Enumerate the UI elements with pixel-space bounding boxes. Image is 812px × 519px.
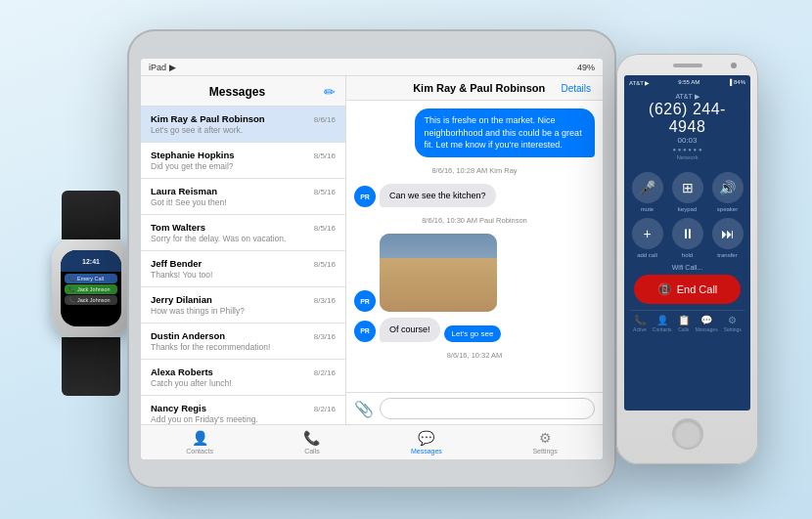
nav-settings[interactable]: ⚙ Settings — [532, 430, 557, 454]
timestamp-2: 8/6/16, 10:30 AM Paul Robinson — [354, 216, 595, 225]
message-item-1[interactable]: Stephanie Hopkins 8/5/16 Did you get the… — [141, 143, 345, 179]
message-item-0[interactable]: Kim Ray & Paul Robinson 8/6/16 Let's go … — [141, 107, 345, 143]
message-item-4[interactable]: Jeff Bender 8/5/16 Thanks! You too! — [141, 251, 345, 287]
chat-messages: This is freshe on the market. Nice neigh… — [346, 101, 603, 392]
messages-header: Messages ✏ — [141, 76, 345, 107]
hold-button[interactable]: ⏸ hold — [670, 218, 704, 258]
message-item-7[interactable]: Alexa Roberts 8/2/16 Catch you after lun… — [141, 360, 345, 396]
iphone-carrier-status: AT&T ▶ — [629, 79, 650, 86]
watch-call-phone-icon-3: 📞 — [68, 297, 75, 303]
iphone-tab-calls[interactable]: 📋 Calls — [678, 315, 690, 332]
msg-row-left-2: PR Of course! Let's go see — [354, 318, 595, 342]
contacts-tab-label: Contacts — [653, 326, 672, 332]
nav-messages-label: Messages — [411, 448, 442, 454]
message-item-name-2: Laura Reisman — [151, 186, 217, 196]
message-item-date-4: 8/5/16 — [314, 260, 336, 269]
message-item-8[interactable]: Nancy Regis 8/2/16 Add you on Friday's m… — [141, 396, 345, 424]
message-item-preview-4: Thanks! You too! — [151, 270, 336, 280]
ipad-status-right: 49% — [577, 63, 595, 72]
chat-image-interior — [380, 258, 497, 312]
message-item-name-4: Jeff Bender — [151, 258, 202, 269]
message-items-list: Kim Ray & Paul Robinson 8/6/16 Let's go … — [141, 107, 345, 424]
message-item-name-0: Kim Ray & Paul Robinson — [151, 113, 265, 124]
message-item-name-1: Stephanie Hopkins — [151, 150, 235, 160]
chat-input[interactable] — [380, 398, 595, 419]
add-call-button[interactable]: + add call — [630, 218, 664, 258]
message-item-date-1: 8/5/16 — [314, 151, 336, 160]
speaker-label: speaker — [717, 206, 738, 212]
attachment-icon[interactable]: 📎 — [354, 400, 374, 418]
compose-icon[interactable]: ✏ — [324, 84, 336, 100]
message-item-preview-3: Sorry for the delay. Was on vacation. — [151, 234, 336, 243]
nav-contacts[interactable]: 👤 Contacts — [186, 430, 213, 454]
nav-settings-label: Settings — [532, 448, 557, 454]
timestamp-1: 8/6/16, 10:28 AM Kim Ray — [354, 166, 595, 175]
mute-icon: 🎤 — [632, 172, 663, 203]
iphone-phone-number: (626) 244-4948 — [632, 101, 743, 136]
end-call-icon: 📵 — [657, 282, 672, 296]
hold-icon: ⏸ — [672, 218, 703, 249]
iphone-controls: 🎤 mute ⊞ keypad 🔊 speaker + add call — [624, 164, 750, 411]
nav-contacts-label: Contacts — [186, 448, 213, 454]
message-item-name-7: Alexa Roberts — [151, 367, 213, 377]
see-more-button[interactable]: Let's go see — [444, 325, 502, 342]
iphone-tab-bar: 📞 Active 👤 Contacts 📋 Calls 💬 Messages — [630, 310, 744, 336]
message-item-name-5: Jerry Dilanian — [151, 294, 212, 305]
ipad-content: Messages ✏ Kim Ray & Paul Robinson 8/6/1… — [141, 76, 603, 424]
iphone-speaker — [673, 64, 702, 67]
speaker-button[interactable]: 🔊 speaker — [710, 172, 744, 212]
message-item-3[interactable]: Tom Walters 8/5/16 Sorry for the delay. … — [141, 215, 345, 251]
network-dots: ● ● ● ● ● ● — [672, 147, 701, 152]
message-item-2[interactable]: Laura Reisman 8/5/16 Got it! See you the… — [141, 179, 345, 215]
iphone-tab-settings[interactable]: ⚙ Settings — [724, 315, 742, 332]
hold-label: hold — [682, 252, 693, 258]
watch-call-phone-icon-2: 📞 — [68, 286, 75, 292]
timestamp-3: 8/6/16, 10:32 AM — [354, 351, 595, 360]
chat-details-button[interactable]: Details — [561, 83, 591, 94]
iphone-tab-messages[interactable]: 💬 Messages — [696, 315, 718, 332]
message-item-date-0: 8/6/16 — [314, 115, 336, 124]
watch-call-item-2[interactable]: 📞 Jack Johnson — [65, 284, 117, 294]
iphone-time-status: 9:55 AM — [678, 79, 699, 85]
watch-call-phone-icon: 📞 — [68, 276, 75, 281]
chat-image — [380, 234, 497, 312]
message-item-name-8: Nancy Regis — [151, 403, 206, 413]
watch-case: 12:41 📞 Emery Call 📞 Jack Johnson 📞 Jack… — [52, 239, 130, 337]
transfer-button[interactable]: ⏭ transfer — [710, 218, 744, 258]
nav-calls[interactable]: 📞 Calls — [303, 430, 320, 454]
message-item-preview-2: Got it! See you then! — [151, 197, 336, 207]
message-item-date-6: 8/3/16 — [314, 332, 336, 341]
calls-tab-label: Calls — [678, 326, 689, 332]
bubble-text-2: Can we see the kitchen? — [380, 184, 496, 208]
end-call-button[interactable]: 📵 End Call — [634, 275, 741, 304]
message-item-6[interactable]: Dustin Anderson 8/3/16 Thanks for the re… — [141, 324, 345, 360]
watch-call-item-1[interactable]: 📞 Emery Call — [65, 274, 117, 283]
message-item-5[interactable]: Jerry Dilanian 8/3/16 How was things in … — [141, 287, 345, 324]
nav-messages[interactable]: 💬 Messages — [411, 430, 442, 454]
settings-icon: ⚙ — [539, 430, 552, 446]
ipad: iPad ▶ 49% Messages ✏ Kim Ray & Paul Rob… — [127, 29, 616, 489]
iphone-call-carrier: AT&T ▶ — [632, 93, 743, 101]
active-tab-label: Active — [633, 326, 647, 332]
iphone-home-button[interactable] — [672, 418, 703, 450]
mute-label: mute — [641, 206, 654, 212]
iphone-status-bar: AT&T ▶ 9:55 AM ▐ 84% — [624, 75, 750, 89]
message-item-name-6: Dustin Anderson — [151, 330, 225, 341]
message-item-preview-6: Thanks for the recommendation! — [151, 342, 336, 352]
messages-title: Messages — [151, 85, 324, 99]
keypad-button[interactable]: ⊞ keypad — [670, 172, 704, 212]
mute-button[interactable]: 🎤 mute — [630, 172, 664, 212]
watch-call-item-3[interactable]: 📞 Jack Johnson — [65, 295, 117, 305]
message-item-preview-8: Add you on Friday's meeting. — [151, 414, 336, 424]
iphone-camera — [731, 63, 737, 68]
iphone-wifi-call-label: Wifi Call... — [630, 264, 744, 271]
messages-tab-label: Messages — [696, 326, 718, 332]
message-item-preview-5: How was things in Philly? — [151, 306, 336, 316]
ipad-nav-bar: 👤 Contacts 📞 Calls 💬 Messages ⚙ Settings — [141, 424, 603, 459]
iphone-tab-active[interactable]: 📞 Active — [633, 315, 647, 332]
iphone-tab-contacts[interactable]: 👤 Contacts — [653, 315, 672, 332]
iphone-buttons-grid: 🎤 mute ⊞ keypad 🔊 speaker + add call — [630, 172, 744, 258]
contacts-icon: 👤 — [192, 430, 208, 446]
message-item-date-8: 8/2/16 — [314, 405, 336, 413]
add-call-label: add call — [637, 252, 657, 258]
